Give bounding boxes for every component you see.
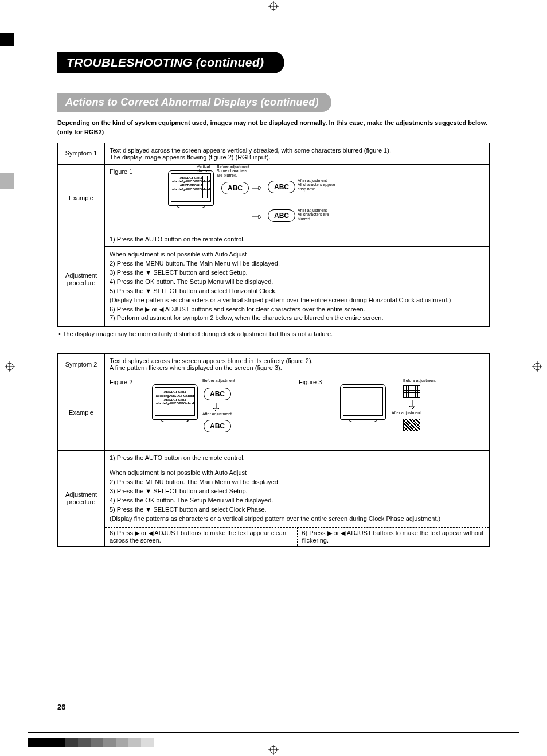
fine-pattern-icon bbox=[403, 419, 420, 431]
monitor-illustration bbox=[340, 384, 386, 420]
step-line: When adjustment is not possible with Aut… bbox=[110, 469, 485, 478]
symptom2-step1: 1) Press the AUTO button on the remote c… bbox=[105, 451, 490, 465]
example-label: Example bbox=[58, 375, 105, 451]
crop-mark-right bbox=[532, 361, 542, 372]
step-line: 6) Press the ▶ or ◀ ADJUST buttons and s… bbox=[110, 305, 485, 314]
step6a: 6) Press ▶ or ◀ ADJUST buttons to make t… bbox=[105, 527, 297, 546]
symptom2-steps: When adjustment is not possible with Aut… bbox=[105, 465, 490, 527]
step-line: 3) Press the ▼ SELECT button and select … bbox=[110, 487, 485, 496]
bleed-marker-gray bbox=[0, 173, 14, 189]
crop-mark-bottom bbox=[268, 745, 279, 755]
monitor-illustration: ABCDEFGHIJ abcdefgABCDEFGabcd ABCDEFGHIJ… bbox=[168, 170, 214, 206]
symptom2-label: Symptom 2 bbox=[58, 354, 105, 375]
adjust-label: Adjustment procedure bbox=[58, 232, 105, 327]
screen-line: ABCDEFGHIJ bbox=[163, 390, 186, 393]
table-row: Symptom 1 Text displayed across the scre… bbox=[58, 143, 490, 164]
crop-mark-left bbox=[5, 361, 15, 372]
page-title: TROUBLESHOOTING (continued) bbox=[57, 52, 284, 73]
swatch bbox=[91, 738, 103, 747]
symptom1-label: Symptom 1 bbox=[58, 143, 105, 164]
after-adjust-label: After adjustment bbox=[202, 412, 232, 416]
screen-line: abcdefgABCDEFGabcd bbox=[156, 402, 194, 405]
screen-line: ABCDEFGHIJ bbox=[179, 184, 202, 187]
step-line: 7) Perform adjustment for symptom 2 belo… bbox=[110, 314, 485, 323]
swatch bbox=[103, 738, 116, 747]
step6b: 6) Press ▶ or ◀ ADJUST buttons to make t… bbox=[297, 527, 490, 546]
symptom2-example: Figure 2 Figure 3 ABCDEFGHIJ abcdefgABCD… bbox=[105, 375, 490, 451]
step-line: 4) Press the OK button. The Setup Menu w… bbox=[110, 278, 485, 287]
table-row: Example Figure 2 Figure 3 ABCDEFGHIJ abc… bbox=[58, 375, 490, 451]
vertical-streaks-label: Vertical streaks bbox=[197, 165, 210, 173]
monitor-illustration: ABCDEFGHIJ abcdefgABCDEFGabcd ABCDEFGHIJ… bbox=[152, 384, 198, 420]
arrow-right-icon bbox=[252, 214, 262, 220]
after-bad-label: After adjustment All characters are blur… bbox=[298, 208, 329, 221]
section-subtitle: Actions to Correct Abnormal Displays (co… bbox=[57, 93, 331, 112]
bleed-marker-black bbox=[0, 33, 14, 46]
fine-pattern-icon bbox=[403, 385, 420, 398]
example-label: Example bbox=[58, 164, 105, 232]
swatch bbox=[141, 738, 154, 747]
figure1-label: Figure 1 bbox=[110, 168, 132, 175]
screen-line: ABCDEFGHIJ bbox=[179, 176, 202, 180]
abc-sample-blurred: ABC bbox=[268, 209, 295, 222]
symptom2-table: Symptom 2 Text displayed across the scre… bbox=[57, 353, 490, 547]
figure2-label: Figure 2 bbox=[110, 379, 132, 385]
trim-line-bottom bbox=[28, 732, 519, 733]
before-adjust-label: Before adjustment Some characters are bl… bbox=[217, 165, 249, 177]
figure3-label: Figure 3 bbox=[299, 379, 322, 385]
symptom1-text: Text displayed across the screen appears… bbox=[105, 143, 490, 164]
table-row: 6) Press ▶ or ◀ ADJUST buttons to make t… bbox=[58, 527, 490, 547]
swatch bbox=[128, 738, 141, 747]
abc-sample: ABC bbox=[221, 182, 249, 194]
swatch bbox=[53, 738, 65, 747]
after-ok-label: After adjustment All characters appear c… bbox=[298, 178, 335, 191]
page-number: 26 bbox=[57, 703, 65, 711]
arrow-right-icon bbox=[252, 185, 262, 191]
table-row: When adjustment is not possible with Aut… bbox=[58, 246, 490, 327]
arrow-down-icon bbox=[213, 403, 220, 412]
symptom1-note: • The display image may be momentarily d… bbox=[58, 330, 490, 337]
adjust-label: Adjustment procedure bbox=[58, 451, 105, 547]
table-row: Symptom 2 Text displayed across the scre… bbox=[58, 354, 490, 375]
step-line: (Display fine patterns as characters or … bbox=[110, 515, 485, 524]
step-line: (Display fine patterns as characters or … bbox=[110, 296, 485, 305]
after-adjust-label: After adjustment bbox=[392, 411, 421, 415]
step-line: 2) Press the MENU button. The Main Menu … bbox=[110, 259, 485, 268]
symptom1-example: Figure 1 ABCDEFGHIJ abcdefgABCDEFGabcd A… bbox=[105, 164, 490, 232]
abc-sample: ABC bbox=[268, 181, 295, 193]
step-line: When adjustment is not possible with Aut… bbox=[110, 250, 485, 259]
color-bar bbox=[28, 738, 154, 747]
arrow-down-icon bbox=[409, 400, 416, 410]
table-row: Example Figure 1 ABCDEFGHIJ abcdefgABCDE… bbox=[58, 164, 490, 232]
swatch bbox=[28, 738, 40, 747]
screen-line: ABCDEFGHIJ bbox=[163, 398, 186, 402]
trim-line-right bbox=[519, 7, 519, 749]
table-row: Adjustment procedure 1) Press the AUTO b… bbox=[58, 232, 490, 246]
intro-text: Depending on the kind of system equipmen… bbox=[57, 119, 490, 137]
symptom1-table: Symptom 1 Text displayed across the scre… bbox=[57, 143, 490, 328]
step-line: 5) Press the ▼ SELECT button and select … bbox=[110, 287, 485, 296]
abc-sample: ABC bbox=[204, 420, 231, 432]
swatch bbox=[116, 738, 128, 747]
abc-sample-blurred: ABC bbox=[204, 388, 231, 400]
before-adjust-label: Before adjustment bbox=[202, 379, 235, 383]
symptom1-steps: When adjustment is not possible with Aut… bbox=[105, 246, 490, 327]
step-line: 3) Press the ▼ SELECT button and select … bbox=[110, 268, 485, 278]
crop-mark-top bbox=[268, 1, 279, 11]
step-line: 2) Press the MENU button. The Main Menu … bbox=[110, 478, 485, 487]
table-row: When adjustment is not possible with Aut… bbox=[58, 465, 490, 527]
symptom1-step1: 1) Press the AUTO button on the remote c… bbox=[105, 232, 490, 246]
swatch bbox=[78, 738, 91, 747]
trim-line-left bbox=[28, 7, 28, 749]
screen-line: abcdefgABCDEFGabcd bbox=[156, 394, 194, 398]
step-line: 4) Press the OK button. The Setup Menu w… bbox=[110, 496, 485, 505]
swatch bbox=[40, 738, 53, 747]
swatch bbox=[65, 738, 78, 747]
symptom2-text: Text displayed across the screen appears… bbox=[105, 354, 490, 375]
step-line: 5) Press the ▼ SELECT button and select … bbox=[110, 505, 485, 515]
symptom2-step6-split: 6) Press ▶ or ◀ ADJUST buttons to make t… bbox=[105, 527, 490, 547]
before-adjust-label: Before adjustment bbox=[403, 379, 436, 383]
table-row: Adjustment procedure 1) Press the AUTO b… bbox=[58, 451, 490, 465]
